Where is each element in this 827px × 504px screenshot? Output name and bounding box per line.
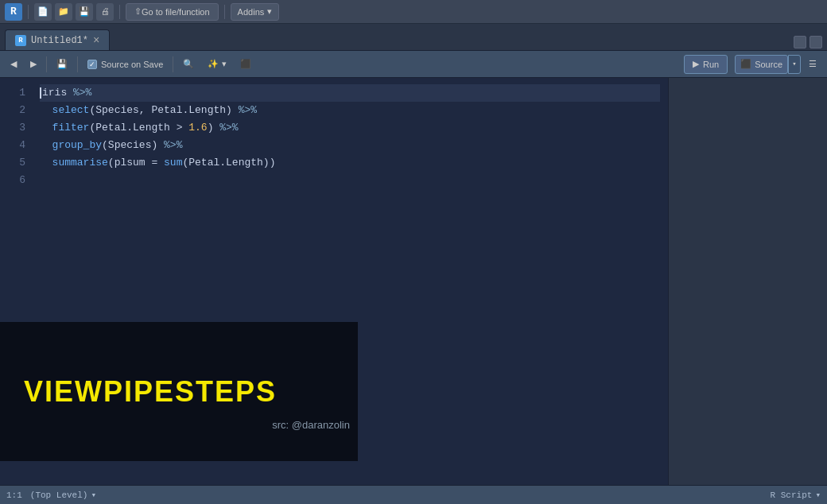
overlay-credit: src: @daranzolin [272,419,350,431]
overlay-title: ViewPipeSteps [24,375,334,409]
search-icon: 🔍 [183,59,194,69]
save-button[interactable]: 💾 [51,55,73,74]
code-line-4: group_by(Species) %>% [40,137,660,154]
source-label: Source [755,60,782,69]
compile-icon: ⬛ [240,59,251,69]
go-to-icon: ⇧ [134,6,142,17]
toolbar-divider-2 [77,56,78,72]
menu-divider-3 [224,5,225,19]
menu-bar: R 📄 📁 💾 🖨 ⇧ Go to file/function Addins ▾ [0,0,827,24]
save-icon[interactable]: 💾 [76,3,93,21]
source-on-save-label: Source on Save [101,60,163,69]
code-tools-button[interactable]: ✨▾ [202,55,232,74]
text-cursor [40,87,41,99]
source-on-save-checkbox[interactable]: ✓ [87,60,97,69]
toolbar-divider-1 [46,56,47,72]
search-button[interactable]: 🔍 [177,55,200,74]
code-line-5: summarise(plsum = sum(Petal.Length)) [40,154,660,172]
scope-status[interactable]: (Top Level) ▾ [30,490,96,500]
line-num-2: 2 [19,102,25,119]
tab-close-button[interactable]: × [93,35,99,46]
tab-title: Untitled1* [31,35,88,46]
editor-toolbar: ◀ ▶ 💾 ✓ Source on Save 🔍 ✨▾ ⬛ ▶ Run ⬛ So… [0,51,827,78]
addins-arrow-icon: ▾ [267,6,272,17]
run-icon: ▶ [693,59,699,69]
addins-label: Addins [238,7,265,17]
source-icon: ⬛ [740,59,751,69]
tab-controls [794,36,822,48]
status-bar: 1:1 (Top Level) ▾ R Script ▾ [0,485,827,504]
tab-untitled1[interactable]: R Untitled1* × [5,29,110,50]
compile-button[interactable]: ⬛ [235,55,257,74]
code-line-1: iris %>% [40,84,660,102]
hamburger-button[interactable]: ☰ [803,55,822,74]
source-button[interactable]: ⬛ Source [735,55,788,74]
rstudio-icon[interactable]: R [5,3,22,21]
forward-button[interactable]: ▶ [25,55,42,74]
tab-restore-button[interactable] [794,36,806,48]
cursor-position: 1:1 [6,490,22,500]
run-label: Run [703,60,719,69]
tab-r-icon: R [15,35,26,46]
tab-maximize-button[interactable] [810,36,822,48]
line-num-1: 1 [19,84,25,102]
line-num-3: 3 [19,119,25,137]
tab-bar: R Untitled1* × [0,24,827,51]
toolbar-divider-3 [173,56,173,72]
source-on-save-button[interactable]: ✓ Source on Save [82,55,169,74]
viewpipesteps-overlay: ViewPipeSteps src: @daranzolin [0,322,358,461]
line-num-6: 6 [19,172,25,189]
scope-dropdown-icon: ▾ [91,490,96,500]
wand-icon: ✨ [208,59,219,69]
code-line-6 [40,172,660,189]
hamburger-icon: ☰ [809,59,817,69]
menu-divider-1 [28,5,29,19]
editor-container: 1 2 3 4 5 6 iris %>% select(Species, Pet… [0,78,827,485]
print-icon[interactable]: 🖨 [96,3,114,21]
scope-label: (Top Level) [30,490,88,500]
back-button[interactable]: ◀ [5,55,22,74]
language-label: R Script [771,490,813,500]
addins-button[interactable]: Addins ▾ [231,3,280,21]
code-line-3: filter(Petal.Length > 1.6) %>% [40,119,660,137]
language-status[interactable]: R Script ▾ [771,490,821,500]
language-dropdown-icon: ▾ [815,490,821,500]
go-to-button[interactable]: ⇧ Go to file/function [126,3,219,21]
line-num-5: 5 [19,154,25,172]
cursor-position-value: 1:1 [6,490,22,500]
run-button[interactable]: ▶ Run [684,55,728,74]
source-button-group: ⬛ Source ▾ [735,55,801,74]
go-to-label: Go to file/function [142,7,210,17]
code-line-2: select(Species, Petal.Length) %>% [40,102,660,119]
menu-divider-2 [119,5,120,19]
line-num-4: 4 [19,137,25,154]
new-file-icon[interactable]: 📄 [34,3,52,21]
right-panel [668,78,827,485]
open-file-icon[interactable]: 📁 [55,3,72,21]
source-dropdown-button[interactable]: ▾ [788,55,801,74]
